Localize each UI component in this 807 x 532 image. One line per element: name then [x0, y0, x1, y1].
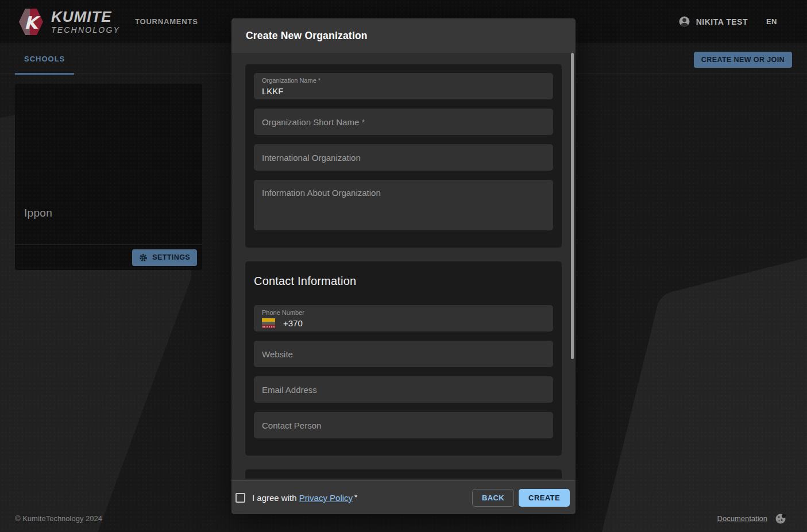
user-menu[interactable]: NIKITA TEST [678, 16, 748, 28]
contact-person-field [254, 412, 553, 438]
agree-text: I agree with Privacy Policy* [252, 493, 357, 503]
user-name: NIKITA TEST [696, 17, 748, 26]
next-section-partial [245, 469, 562, 479]
email-input[interactable] [262, 385, 545, 395]
lithuania-flag-icon[interactable] [262, 318, 275, 328]
international-organization-input[interactable] [262, 153, 545, 163]
international-organization-field [254, 144, 553, 171]
phone-number-label: Phone Number [262, 309, 545, 316]
cookie-settings-icon[interactable] [775, 513, 786, 525]
gear-icon [139, 253, 148, 262]
organization-short-name-field [254, 109, 553, 135]
organization-short-name-input[interactable] [262, 117, 545, 127]
modal-header: Create New Organization [231, 18, 576, 53]
brand-logo[interactable]: K KUMITE TECHNOLOGY [17, 7, 120, 37]
school-card-title: Ippon [24, 207, 52, 219]
privacy-policy-link[interactable]: Privacy Policy [299, 493, 353, 503]
organization-name-field: Organization Name * [254, 73, 553, 99]
contact-section: Contact Information Phone Number [245, 261, 562, 456]
organization-info-field [254, 180, 553, 230]
back-button[interactable]: BACK [472, 489, 514, 507]
avatar-icon [678, 16, 690, 28]
brand-name: KUMITE [51, 9, 120, 24]
app-root: K KUMITE TECHNOLOGY TOURNAMENTS NIKITA T… [0, 0, 807, 532]
organization-info-textarea[interactable] [262, 180, 545, 230]
phone-number-field: Phone Number [254, 305, 553, 331]
settings-button[interactable]: SETTINGS [132, 249, 197, 266]
organization-name-label: Organization Name * [262, 77, 545, 84]
nav-tournaments[interactable]: TOURNAMENTS [135, 17, 198, 26]
create-organization-modal: Create New Organization Organization Nam… [231, 18, 576, 514]
tab-schools-label: SCHOOLS [24, 55, 65, 63]
privacy-checkbox[interactable] [235, 493, 245, 503]
create-new-or-join-button[interactable]: CREATE NEW OR JOIN [694, 52, 792, 68]
language-selector[interactable]: EN [766, 17, 777, 26]
school-card[interactable]: Ippon SETTINGS [15, 84, 202, 270]
copyright-text: © KumiteTechnology 2024 [15, 514, 102, 523]
modal-title: Create New Organization [246, 30, 368, 42]
kumite-logo-icon: K [17, 7, 45, 37]
modal-scrollbar[interactable] [571, 53, 574, 359]
contact-section-title: Contact Information [254, 275, 553, 288]
organization-name-input[interactable] [262, 86, 545, 96]
documentation-link[interactable]: Documentation [717, 514, 767, 523]
organization-section: Organization Name * [245, 64, 562, 248]
tab-schools[interactable]: SCHOOLS [15, 43, 74, 74]
required-asterisk: * [354, 493, 357, 502]
settings-button-label: SETTINGS [152, 253, 190, 261]
contact-person-input[interactable] [262, 421, 545, 430]
create-button[interactable]: CREATE [519, 489, 570, 507]
website-input[interactable] [262, 349, 545, 359]
email-field [254, 376, 553, 403]
modal-footer: I agree with Privacy Policy* BACK CREATE [231, 480, 576, 514]
modal-body: Organization Name * Contact Information … [231, 53, 576, 480]
brand-subtitle: TECHNOLOGY [51, 26, 120, 34]
website-field [254, 341, 553, 367]
phone-number-input[interactable] [283, 318, 545, 328]
